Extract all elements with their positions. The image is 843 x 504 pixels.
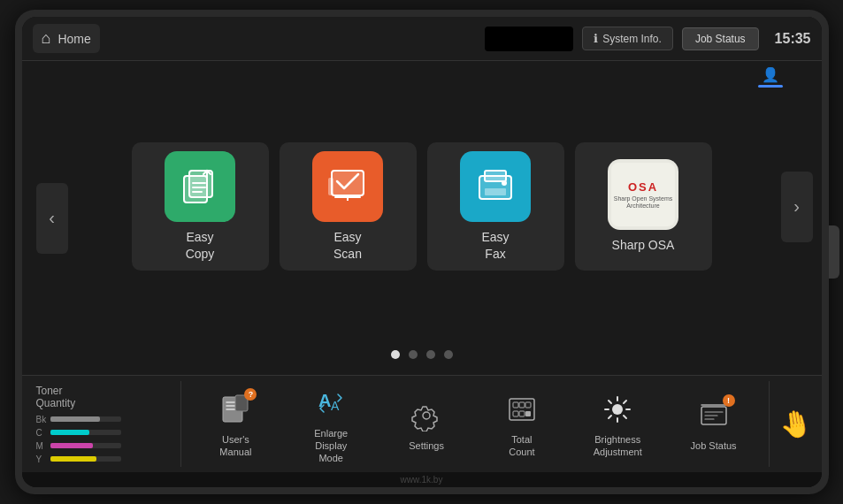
svg-rect-18 (519, 411, 525, 416)
users-manual-icon-wrap: ? (216, 390, 255, 429)
users-manual-label: User'sManual (219, 433, 251, 459)
hand-icon: 🤚 (777, 406, 815, 442)
svg-line-28 (609, 416, 611, 418)
bottom-bar: TonerQuantity Bk C M Y (22, 375, 822, 472)
svg-line-27 (624, 401, 626, 403)
home-icon: ⌂ (42, 29, 51, 48)
toner-row-c: C (36, 428, 166, 438)
svg-rect-15 (519, 402, 525, 408)
apps-row: EasyCopy Easy (22, 70, 822, 343)
easy-fax-icon (472, 164, 518, 210)
toolbar-settings[interactable]: Settings (395, 393, 457, 455)
time-display: 15:35 (775, 31, 811, 47)
brightness-icon (602, 393, 633, 425)
info-icon: ℹ (594, 32, 598, 45)
home-button[interactable]: ⌂ Home (33, 24, 100, 53)
app-tile-easy-scan[interactable]: EasyScan (280, 142, 417, 271)
toner-row-bk: Bk (36, 415, 166, 424)
easy-copy-icon-bg (165, 151, 235, 222)
settings-icon-wrap (407, 396, 446, 435)
toner-c-fill (50, 430, 89, 435)
toner-m-letter: M (36, 441, 45, 451)
dot-2[interactable] (409, 350, 418, 359)
toolbar-items: ? User'sManual A A EnlargeDisplayMode (181, 381, 769, 467)
toner-m-bg (50, 443, 121, 448)
settings-icon (410, 400, 442, 431)
toner-row-m: M (36, 441, 166, 451)
easy-fax-icon-bg (460, 151, 531, 222)
right-edge (829, 225, 839, 279)
job-status-bottom-icon-wrap: ! (694, 396, 733, 435)
toner-quantity-label: TonerQuantity (36, 385, 166, 409)
sharp-osa-icon-bg: OSA Sharp Open Systems Architecture (608, 159, 678, 230)
page-dots (22, 343, 822, 366)
enlarge-display-label: EnlargeDisplayMode (314, 427, 348, 465)
apps-grid: EasyCopy Easy (132, 142, 712, 271)
settings-label: Settings (409, 439, 444, 452)
header: ⌂ Home ℹ System Info. Job Status 15:35 (22, 17, 822, 61)
footer-url: www.1k.by (401, 475, 443, 485)
job-status-label: Job Status (695, 33, 746, 45)
toner-section: TonerQuantity Bk C M Y (22, 381, 181, 467)
easy-fax-label: EasyFax (481, 229, 509, 261)
toner-y-bg (50, 456, 121, 462)
osa-subtitle: Sharp Open Systems Architecture (611, 195, 675, 210)
sharp-osa-label: Sharp OSA (612, 237, 675, 253)
svg-rect-6 (485, 188, 506, 195)
svg-rect-3 (328, 178, 333, 195)
osa-logo-inner: OSA Sharp Open Systems Architecture (611, 163, 675, 226)
system-info-label: System Info. (602, 33, 662, 45)
app-tile-sharp-osa[interactable]: OSA Sharp Open Systems Architecture Shar… (575, 142, 712, 271)
job-status-badge: ! (723, 394, 735, 407)
device-screen: ⌂ Home ℹ System Info. Job Status 15:35 👤… (22, 17, 822, 487)
toolbar-total-count[interactable]: TotalCount (491, 386, 553, 462)
easy-scan-label: EasyScan (333, 229, 362, 261)
header-dark-box (485, 27, 573, 51)
enlarge-display-icon-wrap: A A (311, 384, 350, 423)
svg-point-7 (502, 180, 507, 186)
toolbar-job-status-bottom[interactable]: ! Job Status (683, 393, 745, 455)
main-area: 👤 ‹ (22, 61, 822, 375)
toner-y-fill (50, 456, 96, 462)
users-manual-badge: ? (244, 388, 257, 401)
hand-icon-wrap: 🤚 (769, 381, 822, 467)
toolbar-enlarge-display[interactable]: A A EnlargeDisplayMode (300, 380, 362, 469)
svg-line-25 (609, 401, 611, 403)
job-status-button[interactable]: Job Status (682, 27, 759, 50)
dot-4[interactable] (444, 350, 453, 359)
toner-c-letter: C (36, 428, 45, 438)
easy-copy-icon (177, 164, 223, 210)
system-info-button[interactable]: ℹ System Info. (582, 27, 673, 50)
svg-text:A: A (318, 391, 331, 410)
easy-scan-icon (325, 164, 371, 210)
easy-scan-icon-bg (312, 151, 383, 222)
svg-rect-14 (513, 402, 518, 408)
toner-bk-fill (50, 416, 100, 422)
toner-bk-bg (50, 416, 121, 422)
device-outer: ⌂ Home ℹ System Info. Job Status 15:35 👤… (15, 10, 829, 494)
toner-row-y: Y (36, 454, 166, 464)
svg-rect-5 (485, 171, 506, 181)
nav-arrow-right[interactable]: › (781, 172, 813, 242)
svg-point-12 (423, 412, 430, 419)
toner-bk-letter: Bk (36, 415, 45, 424)
toner-y-letter: Y (36, 454, 45, 464)
app-tile-easy-copy[interactable]: EasyCopy (132, 142, 269, 271)
home-label: Home (57, 32, 90, 46)
enlarge-display-icon: A A (315, 387, 347, 419)
footer: www.1k.by (22, 472, 822, 487)
toner-c-bg (50, 430, 121, 435)
total-count-label: TotalCount (509, 433, 534, 459)
job-status-bottom-label: Job Status (691, 439, 737, 452)
svg-point-20 (612, 404, 623, 415)
easy-copy-label: EasyCopy (186, 229, 215, 261)
dot-1[interactable] (391, 350, 400, 359)
app-tile-easy-fax[interactable]: EasyFax (427, 142, 564, 271)
brightness-label: BrightnessAdjustment (594, 433, 642, 459)
total-count-icon-wrap (502, 390, 541, 429)
toolbar-brightness[interactable]: BrightnessAdjustment (586, 386, 649, 462)
toner-bars: Bk C M Y (36, 415, 166, 464)
dot-3[interactable] (426, 350, 435, 359)
toolbar-users-manual[interactable]: ? User'sManual (204, 386, 266, 462)
total-count-icon (506, 393, 538, 425)
